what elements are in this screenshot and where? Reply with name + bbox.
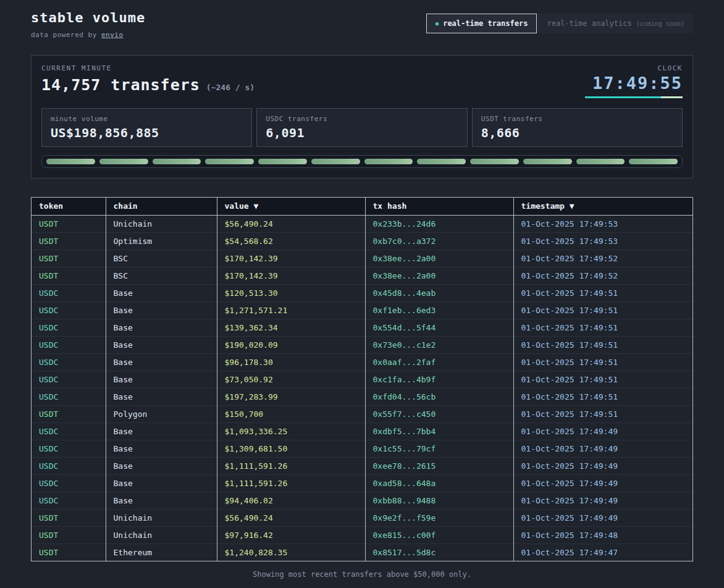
chain-cell: Base xyxy=(106,388,217,405)
tx-hash-link[interactable]: 0x8517...5d8c xyxy=(365,544,513,561)
table-row: USDTBSC$170,142.390x38ee...2a0001-Oct-20… xyxy=(32,267,692,284)
timestamp-cell: 01-Oct-2025 17:49:51 xyxy=(513,388,692,405)
tab-real-time-analytics[interactable]: real-time analytics (coming soon) xyxy=(538,14,693,33)
powered-by-prefix: data powered by xyxy=(31,31,101,39)
chain-cell: Base xyxy=(106,353,217,371)
tx-hash-link[interactable]: 0x0aaf...2faf xyxy=(365,353,513,371)
table-row: USDCBase$139,362.340x554d...5f4401-Oct-2… xyxy=(32,319,692,336)
live-dot-icon: ● xyxy=(436,21,439,27)
tx-hash-link[interactable]: 0xb7c0...a372 xyxy=(365,232,513,250)
usdc-transfers-card: USDC transfers 6,091 xyxy=(256,108,467,147)
table-row: USDCBase$197,283.990xfd04...56cb01-Oct-2… xyxy=(32,388,692,405)
table-row: USDCBase$190,020.090x73e0...c1e201-Oct-2… xyxy=(32,336,692,353)
table-row: USDCBase$73,050.920xc1fa...4b9f01-Oct-20… xyxy=(32,371,692,388)
column-header-chain: chain xyxy=(106,198,217,215)
tx-hash-link[interactable]: 0xdbf5...7bb4 xyxy=(365,422,513,440)
table-row: USDCBase$1,271,571.210xf1eb...6ed301-Oct… xyxy=(32,301,692,319)
gauge-segment xyxy=(576,159,625,164)
transfer-rate: (~246 / s) xyxy=(206,83,255,92)
tx-hash-link[interactable]: 0x233b...24d6 xyxy=(365,215,513,232)
tx-hash-link[interactable]: 0x55f7...c450 xyxy=(365,405,513,422)
token-cell: USDC xyxy=(32,371,106,388)
table-row: USDTBSC$170,142.390x38ee...2a0001-Oct-20… xyxy=(32,250,692,267)
brand-block: stable volume data powered by envio xyxy=(31,10,145,39)
value-cell: $1,111,591.26 xyxy=(217,474,365,492)
coming-soon-note: (coming soon) xyxy=(636,20,684,27)
token-cell: USDC xyxy=(32,422,106,440)
table-row: USDCBase$1,093,336.250xdbf5...7bb401-Oct… xyxy=(32,422,692,440)
token-cell: USDT xyxy=(32,405,106,422)
token-cell: USDT xyxy=(32,509,106,526)
transfers-table-container: token chain value ▼ tx hash timestamp ▼ … xyxy=(31,197,693,561)
timestamp-cell: 01-Oct-2025 17:49:52 xyxy=(513,267,692,284)
hero-top-row: CURRENT MINUTE 14,757 transfers (~246 / … xyxy=(41,64,683,98)
value-cell: $96,178.30 xyxy=(217,353,365,371)
token-cell: USDT xyxy=(32,267,106,284)
tx-hash-link[interactable]: 0xee78...2615 xyxy=(365,457,513,474)
usdc-transfers-value: 6,091 xyxy=(266,125,458,140)
column-header-value[interactable]: value ▼ xyxy=(217,198,365,215)
token-cell: USDC xyxy=(32,440,106,457)
minute-activity-gauge xyxy=(41,155,683,168)
gauge-segment xyxy=(46,159,95,164)
table-row: USDTPolygon$150,7000x55f7...c45001-Oct-2… xyxy=(32,405,692,422)
timestamp-cell: 01-Oct-2025 17:49:51 xyxy=(513,301,692,319)
transfers-table: token chain value ▼ tx hash timestamp ▼ … xyxy=(32,198,692,561)
tx-hash-link[interactable]: 0xbb88...9488 xyxy=(365,492,513,509)
table-row: USDCBase$1,111,591.260xad58...648a01-Oct… xyxy=(32,474,692,492)
tx-hash-link[interactable]: 0xf1eb...6ed3 xyxy=(365,301,513,319)
tx-hash-link[interactable]: 0x38ee...2a00 xyxy=(365,267,513,284)
token-cell: USDC xyxy=(32,388,106,405)
timestamp-cell: 01-Oct-2025 17:49:49 xyxy=(513,440,692,457)
chain-cell: Base xyxy=(106,301,217,319)
timestamp-cell: 01-Oct-2025 17:49:49 xyxy=(513,492,692,509)
powered-by: data powered by envio xyxy=(31,31,145,39)
chain-cell: Base xyxy=(106,319,217,336)
value-cell: $150,700 xyxy=(217,405,365,422)
tx-hash-link[interactable]: 0x9e2f...f59e xyxy=(365,509,513,526)
tx-hash-link[interactable]: 0xad58...648a xyxy=(365,474,513,492)
chain-cell: Base xyxy=(106,371,217,388)
tx-hash-link[interactable]: 0x38ee...2a00 xyxy=(365,250,513,267)
tab-bar: ● real-time transfers real-time analytic… xyxy=(426,14,693,33)
envio-link[interactable]: envio xyxy=(101,31,124,39)
column-header-tx-hash: tx hash xyxy=(365,198,513,215)
token-cell: USDC xyxy=(32,319,106,336)
timestamp-cell: 01-Oct-2025 17:49:49 xyxy=(513,457,692,474)
tx-hash-link[interactable]: 0xe815...c00f xyxy=(365,526,513,544)
tab-real-time-transfers[interactable]: ● real-time transfers xyxy=(426,14,537,33)
value-cell: $1,093,336.25 xyxy=(217,422,365,440)
timestamp-cell: 01-Oct-2025 17:49:49 xyxy=(513,422,692,440)
table-row: USDTUnichain$97,916.420xe815...c00f01-Oc… xyxy=(32,526,692,544)
page-title: stable volume xyxy=(31,10,145,25)
chain-cell: Base xyxy=(106,336,217,353)
value-cell: $190,020.09 xyxy=(217,336,365,353)
transfers-body: USDTUnichain$56,490.240x233b...24d601-Oc… xyxy=(32,215,692,561)
value-cell: $56,490.24 xyxy=(217,215,365,232)
clock-label: CLOCK xyxy=(585,64,683,72)
token-cell: USDT xyxy=(32,544,106,561)
minute-volume-card: minute volume US$198,856,885 xyxy=(41,108,252,147)
column-header-timestamp[interactable]: timestamp ▼ xyxy=(513,198,692,215)
tx-hash-link[interactable]: 0x73e0...c1e2 xyxy=(365,336,513,353)
usdt-transfers-label: USDT transfers xyxy=(481,115,673,123)
tx-hash-link[interactable]: 0x1c55...79cf xyxy=(365,440,513,457)
tx-hash-link[interactable]: 0x554d...5f44 xyxy=(365,319,513,336)
transfer-count-block: CURRENT MINUTE 14,757 transfers (~246 / … xyxy=(41,64,255,94)
value-cell: $94,406.02 xyxy=(217,492,365,509)
table-row: USDTUnichain$56,490.240x233b...24d601-Oc… xyxy=(32,215,692,232)
usdc-transfers-label: USDC transfers xyxy=(266,115,458,123)
tx-hash-link[interactable]: 0xc1fa...4b9f xyxy=(365,371,513,388)
minute-volume-label: minute volume xyxy=(51,115,243,123)
value-cell: $56,490.24 xyxy=(217,509,365,526)
tx-hash-link[interactable]: 0xfd04...56cb xyxy=(365,388,513,405)
token-cell: USDT xyxy=(32,526,106,544)
tx-hash-link[interactable]: 0x45d8...4eab xyxy=(365,284,513,301)
value-cell: $1,111,591.26 xyxy=(217,457,365,474)
usdt-transfers-card: USDT transfers 8,666 xyxy=(472,108,683,147)
token-cell: USDC xyxy=(32,353,106,371)
timestamp-cell: 01-Oct-2025 17:49:53 xyxy=(513,232,692,250)
timestamp-cell: 01-Oct-2025 17:49:51 xyxy=(513,336,692,353)
tab-label: real-time analytics xyxy=(547,19,631,28)
token-cell: USDC xyxy=(32,492,106,509)
